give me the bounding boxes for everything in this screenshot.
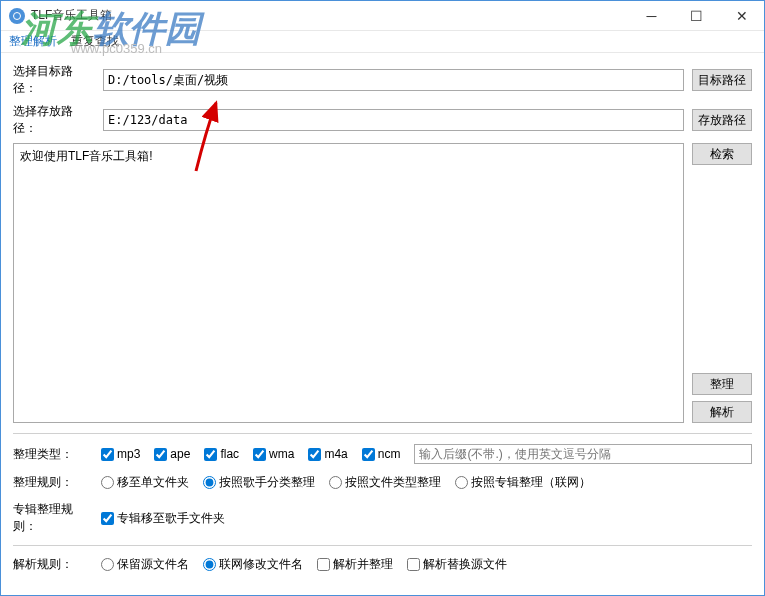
window-title: TLF音乐工具箱 xyxy=(31,7,629,24)
radio-by-singer[interactable]: 按照歌手分类整理 xyxy=(203,474,315,491)
checkbox-flac[interactable]: flac xyxy=(204,447,239,461)
album-rule-label: 专辑整理规则： xyxy=(13,501,95,535)
search-button[interactable]: 检索 xyxy=(692,143,752,165)
checkbox-ncm[interactable]: ncm xyxy=(362,447,401,461)
radio-online-rename[interactable]: 联网修改文件名 xyxy=(203,556,303,573)
menubar: 整理解析 重复查找 xyxy=(1,31,764,53)
checkbox-mp3[interactable]: mp3 xyxy=(101,447,140,461)
divider xyxy=(13,545,752,546)
checkbox-m4a[interactable]: m4a xyxy=(308,447,347,461)
minimize-button[interactable]: ─ xyxy=(629,1,674,30)
parse-rule-label: 解析规则： xyxy=(13,556,95,573)
type-label: 整理类型： xyxy=(13,446,95,463)
radio-by-filetype[interactable]: 按照文件类型整理 xyxy=(329,474,441,491)
target-path-input[interactable] xyxy=(103,69,684,91)
save-path-label: 选择存放路径： xyxy=(13,103,95,137)
log-welcome-text: 欢迎使用TLF音乐工具箱! xyxy=(20,149,153,163)
log-textarea[interactable]: 欢迎使用TLF音乐工具箱! xyxy=(13,143,684,423)
checkbox-parse-organize[interactable]: 解析并整理 xyxy=(317,556,393,573)
parse-button[interactable]: 解析 xyxy=(692,401,752,423)
radio-single-folder[interactable]: 移至单文件夹 xyxy=(101,474,189,491)
divider xyxy=(13,433,752,434)
checkbox-ape[interactable]: ape xyxy=(154,447,190,461)
target-path-label: 选择目标路径： xyxy=(13,63,95,97)
maximize-button[interactable]: ☐ xyxy=(674,1,719,30)
organize-button[interactable]: 整理 xyxy=(692,373,752,395)
window-controls: ─ ☐ ✕ xyxy=(629,1,764,30)
radio-keep-filename[interactable]: 保留源文件名 xyxy=(101,556,189,573)
organize-rule-label: 整理规则： xyxy=(13,474,95,491)
menu-organize-parse[interactable]: 整理解析 xyxy=(9,33,57,50)
checkbox-parse-replace[interactable]: 解析替换源文件 xyxy=(407,556,507,573)
checkbox-album-to-singer[interactable]: 专辑移至歌手文件夹 xyxy=(101,510,225,527)
save-path-input[interactable] xyxy=(103,109,684,131)
checkbox-wma[interactable]: wma xyxy=(253,447,294,461)
target-path-button[interactable]: 目标路径 xyxy=(692,69,752,91)
close-button[interactable]: ✕ xyxy=(719,1,764,30)
radio-by-album[interactable]: 按照专辑整理（联网） xyxy=(455,474,591,491)
extension-input[interactable] xyxy=(414,444,752,464)
app-icon xyxy=(9,8,25,24)
titlebar: TLF音乐工具箱 ─ ☐ ✕ xyxy=(1,1,764,31)
menu-duplicate-find[interactable]: 重复查找 xyxy=(71,33,119,50)
save-path-button[interactable]: 存放路径 xyxy=(692,109,752,131)
